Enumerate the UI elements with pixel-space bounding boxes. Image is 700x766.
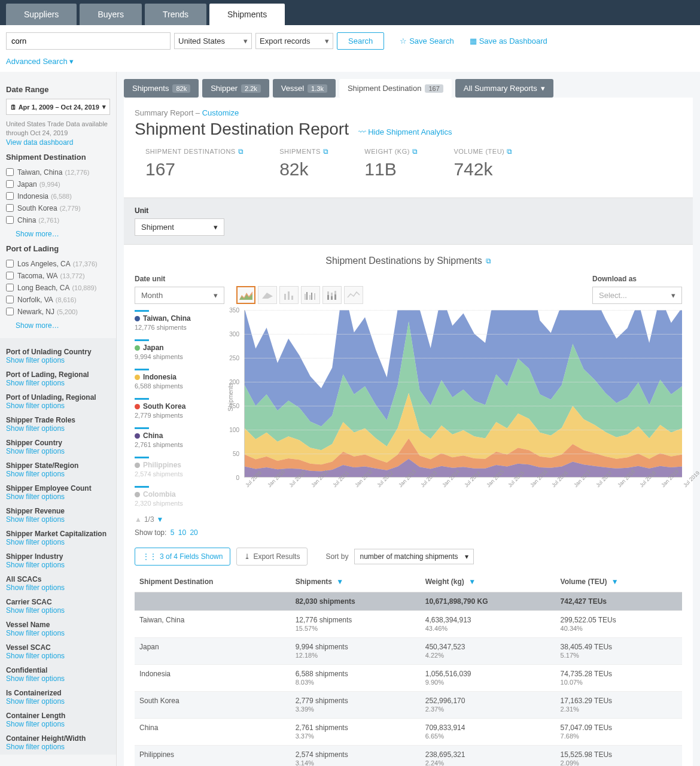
search-button[interactable]: Search — [337, 32, 384, 50]
facet-checkbox[interactable] — [6, 260, 14, 268]
show-filter-options-link[interactable]: Show filter options — [6, 583, 110, 592]
unit-select[interactable]: Shipment▾ — [135, 218, 224, 236]
facet-item[interactable]: Norfolk, VA(8,616) — [6, 294, 110, 306]
table-row[interactable]: Indonesia6,588 shipments8.03%1,056,516,0… — [135, 665, 682, 692]
stacked-bar-icon[interactable] — [322, 286, 342, 304]
copy-icon[interactable]: ⧉ — [412, 147, 418, 156]
legend-item[interactable]: Indonesia6,588 shipments — [135, 369, 215, 390]
download-select[interactable]: Select...▾ — [592, 287, 682, 304]
copy-icon[interactable]: ⧉ — [238, 147, 244, 156]
facet-checkbox[interactable] — [6, 204, 14, 212]
sort-select[interactable]: number of matching shipments▾ — [354, 549, 474, 564]
show-filter-options-link[interactable]: Show filter options — [6, 697, 110, 706]
subtab[interactable]: Shipper2.2k — [202, 79, 269, 98]
facet-checkbox[interactable] — [6, 296, 14, 303]
table-row[interactable]: China2,761 shipments3.37%709,833,9146.65… — [135, 719, 682, 746]
copy-icon[interactable]: ⧉ — [507, 147, 513, 156]
top-tab-trends[interactable]: Trends — [145, 4, 206, 25]
advanced-search-link[interactable]: Advanced Search ▾ — [0, 57, 700, 72]
legend-item[interactable]: South Korea2,779 shipments — [135, 398, 215, 419]
show-filter-options-link[interactable]: Show filter options — [6, 652, 110, 660]
save-dashboard-link[interactable]: ▦Save as Dashboard — [470, 37, 547, 45]
subtab[interactable]: Shipment Destination167 — [339, 79, 452, 98]
view-data-dashboard-link[interactable]: View data dashboard — [6, 138, 110, 147]
facet-item[interactable]: China(2,761) — [6, 214, 110, 226]
copy-icon[interactable]: ⧉ — [323, 147, 329, 156]
date-range-select[interactable]: 🗓 Apr 1, 2009 – Oct 24, 2019 ▾ — [6, 99, 110, 115]
pager-prev-icon[interactable]: ▲ — [135, 515, 142, 524]
facet-checkbox[interactable] — [6, 216, 14, 224]
facet-checkbox[interactable] — [6, 272, 14, 279]
show-filter-options-link[interactable]: Show filter options — [6, 743, 110, 751]
show-filter-options-link[interactable]: Show filter options — [6, 720, 110, 728]
legend-item[interactable]: Philippines2,574 shipments — [135, 457, 215, 478]
facet-item[interactable]: Los Angeles, CA(17,376) — [6, 258, 110, 270]
show-filter-options-link[interactable]: Show filter options — [6, 447, 110, 455]
filter-icon[interactable]: ▼ — [336, 577, 343, 586]
bar-chart-icon[interactable] — [279, 286, 299, 304]
subtab[interactable]: Vessel1.3k — [273, 79, 336, 98]
search-input[interactable] — [6, 32, 171, 50]
facet-item[interactable]: Indonesia(6,588) — [6, 190, 110, 202]
facet-item[interactable]: Newark, NJ(5,200) — [6, 306, 110, 318]
show-top-option[interactable]: 20 — [190, 528, 197, 537]
filter-icon[interactable]: ▼ — [468, 577, 476, 586]
show-filter-options-link[interactable]: Show filter options — [6, 606, 110, 615]
export-button[interactable]: ⤓Export Results — [236, 548, 308, 566]
show-filter-options-link[interactable]: Show filter options — [6, 515, 110, 524]
subtab[interactable]: All Summary Reports ▾ — [455, 79, 553, 98]
show-filter-options-link[interactable]: Show filter options — [6, 629, 110, 637]
facet-checkbox[interactable] — [6, 180, 14, 188]
show-filter-options-link[interactable]: Show filter options — [6, 356, 110, 364]
table-row[interactable]: Philippines2,574 shipments3.14%238,695,3… — [135, 746, 682, 767]
show-filter-options-link[interactable]: Show filter options — [6, 674, 110, 683]
facet-item[interactable]: Long Beach, CA(10,889) — [6, 282, 110, 294]
fields-shown-button[interactable]: ⋮⋮3 of 4 Fields Shown — [135, 548, 230, 566]
facet-checkbox[interactable] — [6, 284, 14, 291]
legend-item[interactable]: Colombia2,320 shipments — [135, 486, 215, 507]
facet-item[interactable]: Tacoma, WA(13,772) — [6, 270, 110, 282]
legend-item[interactable]: Japan9,994 shipments — [135, 339, 215, 360]
top-tab-suppliers[interactable]: Suppliers — [6, 4, 77, 25]
show-filter-options-link[interactable]: Show filter options — [6, 493, 110, 501]
surface-chart-icon[interactable] — [258, 286, 277, 304]
show-top-option[interactable]: 5 — [171, 528, 175, 537]
show-more-link[interactable]: Show more… — [16, 230, 110, 238]
show-filter-options-link[interactable]: Show filter options — [6, 379, 110, 387]
copy-icon[interactable]: ⧉ — [486, 257, 491, 265]
table-row[interactable]: Taiwan, China12,776 shipments15.57%4,638… — [135, 611, 682, 638]
facet-item[interactable]: Japan(9,994) — [6, 178, 110, 190]
save-search-link[interactable]: ☆Save Search — [400, 37, 454, 45]
facet-checkbox[interactable] — [6, 308, 14, 315]
facet-checkbox[interactable] — [6, 192, 14, 200]
legend-item[interactable]: Taiwan, China12,776 shipments — [135, 310, 215, 331]
show-more-link[interactable]: Show more… — [16, 321, 110, 330]
legend-item[interactable]: China2,761 shipments — [135, 427, 215, 448]
filter-icon[interactable]: ▼ — [611, 577, 619, 586]
country-select[interactable]: United States — [174, 33, 252, 49]
facet-checkbox[interactable] — [6, 168, 14, 176]
area-chart-icon[interactable] — [236, 286, 255, 304]
table-row[interactable]: South Korea2,779 shipments3.39%252,996,1… — [135, 692, 682, 719]
show-filter-options-link[interactable]: Show filter options — [6, 402, 110, 410]
facet-item[interactable]: Taiwan, China(12,776) — [6, 166, 110, 178]
date-unit-select[interactable]: Month▾ — [135, 287, 224, 304]
hide-analytics-link[interactable]: 〰 Hide Shipment Analytics — [358, 127, 452, 136]
show-top-option[interactable]: 10 — [178, 528, 186, 537]
show-filter-options-link[interactable]: Show filter options — [6, 470, 110, 478]
subtab[interactable]: Shipments82k — [124, 79, 199, 98]
filter-group-title: Port of Unlading, Regional — [6, 393, 110, 402]
show-filter-options-link[interactable]: Show filter options — [6, 561, 110, 569]
record-type-select[interactable]: Export records — [255, 33, 333, 49]
line-chart-icon[interactable] — [344, 286, 363, 304]
show-filter-options-link[interactable]: Show filter options — [6, 424, 110, 433]
show-filter-options-link[interactable]: Show filter options — [6, 538, 110, 546]
top-tab-shipments[interactable]: Shipments — [209, 4, 285, 25]
customize-link[interactable]: Customize — [202, 108, 239, 117]
facet-item[interactable]: South Korea(2,779) — [6, 202, 110, 214]
y-tick: 200 — [229, 379, 239, 385]
table-row[interactable]: Japan9,994 shipments12.18%450,347,5234.2… — [135, 638, 682, 665]
grouped-bar-icon[interactable] — [301, 286, 320, 304]
top-tab-buyers[interactable]: Buyers — [80, 4, 142, 25]
pager-next-icon[interactable]: ▼ — [157, 515, 164, 524]
